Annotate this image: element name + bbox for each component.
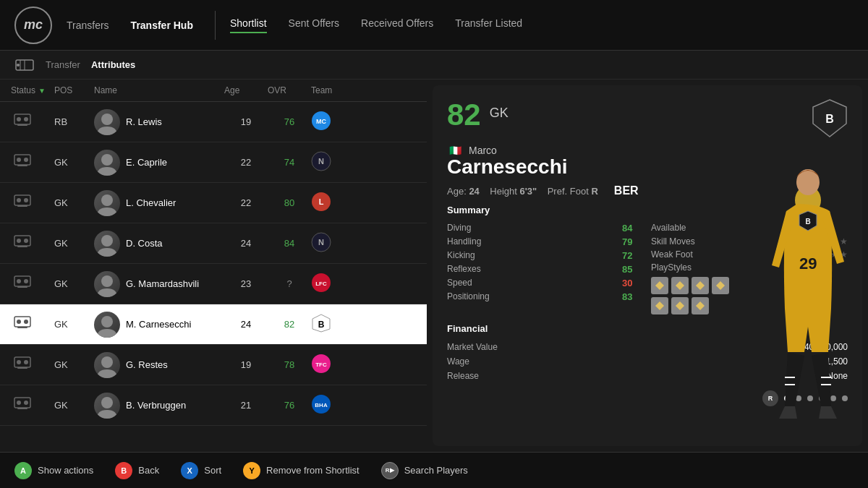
svg-text:L: L [319, 197, 324, 206]
player-age: 24 [224, 238, 268, 249]
show-actions-label: Show actions [38, 465, 93, 476]
status-icon [11, 192, 34, 215]
svg-rect-14 [17, 165, 27, 166]
player-rows: RB R. Lewis 19 76 MC [0, 102, 427, 426]
team-badge: N [311, 151, 369, 174]
player-pos: GK [54, 278, 94, 289]
player-row[interactable]: GK M. Carnesecchi 24 82 B [0, 304, 427, 345]
playstyle-icon-6 [671, 297, 689, 314]
player-name: E. Caprile [126, 157, 167, 168]
stat-handling: Handling 79 [447, 235, 644, 249]
svg-point-47 [17, 360, 21, 364]
avatar-placeholder [94, 190, 120, 216]
status-icon [11, 394, 34, 417]
remove-label: Remove from Shortlist [266, 465, 359, 476]
svg-text:B: B [318, 320, 325, 330]
svg-text:BHA: BHA [315, 402, 328, 408]
svg-rect-35 [17, 286, 27, 288]
playstyle-icon-1 [651, 277, 668, 294]
player-position: GK [490, 106, 509, 121]
player-name: G. Mamardashvili [126, 278, 199, 289]
col-header-team: Team [311, 85, 369, 95]
svg-point-29 [101, 235, 113, 247]
club-code: BER [614, 184, 639, 197]
player-row[interactable]: GK G. Mamardashvili 23 ? LFC [0, 264, 427, 304]
tab-attributes[interactable]: Attributes [91, 59, 135, 70]
player-row[interactable]: GK B. Verbruggen 21 76 BHA [0, 385, 427, 426]
team-badge: TFC [311, 354, 369, 377]
player-pos: RB [54, 116, 94, 127]
subnav-sent-offers[interactable]: Sent Offers [289, 17, 340, 33]
btn-y-icon: Y [243, 462, 260, 479]
player-row[interactable]: GK G. Restes 19 78 TFC [0, 345, 427, 385]
avatar-placeholder [94, 271, 120, 297]
list-header: Status ▼ POS Name Age OVR Team [0, 80, 427, 102]
svg-point-20 [24, 198, 28, 202]
action-show-actions[interactable]: A Show actions [14, 462, 93, 479]
player-pos: GK [54, 400, 94, 411]
action-remove[interactable]: Y Remove from Shortlist [243, 462, 359, 479]
svg-point-36 [101, 275, 113, 287]
stats-left: Diving 84 Handling 79 Kicking 72 Reflexe… [447, 221, 644, 314]
sort-label: Sort [204, 465, 221, 476]
player-row[interactable]: GK D. Costa 24 84 N [0, 223, 427, 264]
filter-arrow-icon: ▼ [38, 87, 46, 95]
col-header-status: Status ▼ [11, 85, 54, 95]
player-flag: 🇮🇹 [447, 145, 463, 155]
nav-transfer-hub[interactable]: Transfer Hub [131, 20, 193, 31]
playstyle-icon-5 [651, 297, 668, 314]
player-name: G. Restes [126, 359, 168, 370]
subnav-shortlist[interactable]: Shortlist [230, 17, 267, 33]
status-icon [11, 111, 34, 134]
back-label: Back [138, 465, 159, 476]
svg-point-19 [17, 198, 21, 202]
player-ovr: 76 [268, 400, 311, 411]
detail-panel: 82 GK B 🇮🇹 Marco Carnesecchi Age: 24 Hei… [433, 85, 862, 446]
tab-transfer[interactable]: Transfer [46, 59, 80, 70]
team-badge: LFC [311, 273, 369, 296]
action-search[interactable]: R▶ Search Players [381, 462, 468, 479]
stat-positioning: Positioning 83 [447, 290, 644, 304]
nav-transfers[interactable]: Transfers [67, 20, 109, 31]
player-info: E. Caprile [94, 150, 224, 176]
svg-text:B: B [805, 218, 810, 226]
svg-marker-67 [676, 301, 684, 310]
player-row[interactable]: RB R. Lewis 19 76 MC [0, 102, 427, 142]
avatar-placeholder [94, 150, 120, 176]
svg-marker-68 [696, 301, 705, 310]
subnav-transfer-listed[interactable]: Transfer Listed [455, 17, 522, 33]
player-row[interactable]: GK E. Caprile 22 74 N [0, 142, 427, 183]
player-row[interactable]: GK L. Chevalier 22 80 L [0, 183, 427, 223]
svg-point-33 [17, 279, 21, 283]
subnav-received-offers[interactable]: Received Offers [361, 17, 433, 33]
player-avatar [94, 231, 120, 257]
transfer-icon [14, 57, 35, 73]
player-info: L. Chevalier [94, 190, 224, 216]
player-info: G. Mamardashvili [94, 271, 224, 297]
player-first-name: Marco [469, 145, 497, 156]
status-icon [11, 273, 34, 296]
player-info: M. Carnesecchi [94, 312, 224, 338]
svg-point-34 [24, 279, 28, 283]
status-icon [11, 232, 34, 255]
search-label: Search Players [404, 465, 468, 476]
sub-header: Transfer Attributes [0, 51, 868, 80]
action-sort[interactable]: X Sort [181, 462, 221, 479]
stat-reflexes: Reflexes 85 [447, 262, 644, 276]
team-badge: B [311, 313, 369, 336]
player-name: D. Costa [126, 238, 163, 249]
player-avatar [94, 352, 120, 378]
player-info: D. Costa [94, 231, 224, 257]
player-ovr: 78 [268, 359, 311, 370]
avatar-placeholder [94, 352, 120, 378]
main-nav: Transfers Transfer Hub [67, 20, 193, 31]
player-name: M. Carnesecchi [126, 319, 191, 330]
svg-rect-21 [17, 205, 27, 207]
player-pos: GK [54, 157, 94, 168]
svg-point-3 [17, 64, 20, 67]
action-back[interactable]: B Back [115, 462, 159, 479]
team-badge: BHA [311, 394, 369, 417]
sub-nav: Shortlist Sent Offers Received Offers Tr… [230, 17, 522, 33]
app-logo: mc [14, 7, 52, 44]
player-avatar [94, 109, 120, 135]
